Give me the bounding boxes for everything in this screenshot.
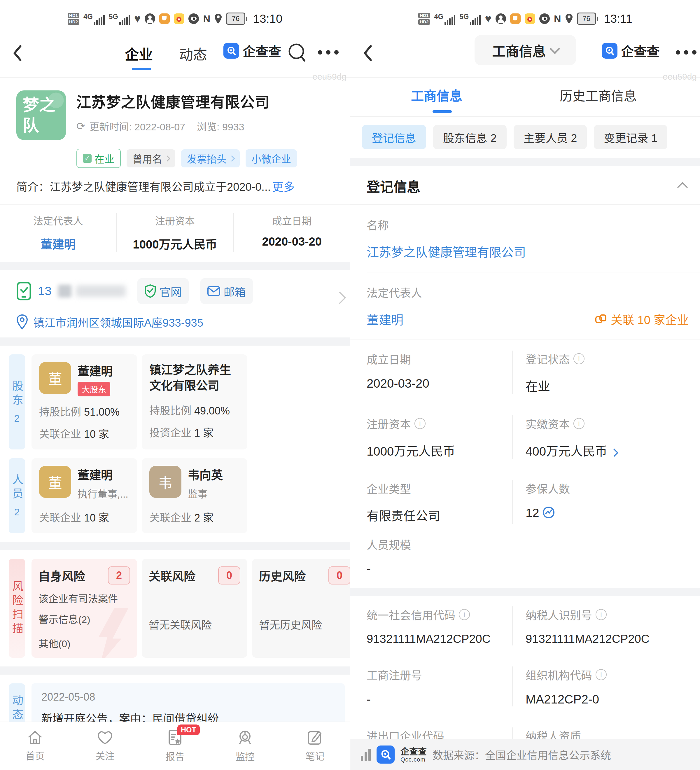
tab-history-business-info[interactable]: 历史工商信息 <box>560 86 637 104</box>
stat-establish-date: 成立日期 2020-03-20 <box>233 213 350 252</box>
company-name-link[interactable]: 江苏梦之队健康管理有限公司 <box>367 243 689 260</box>
health-heart-icon: ♥ <box>134 13 141 24</box>
eye-mode-icon <box>188 13 199 24</box>
risk-count-badge: 2 <box>108 566 130 584</box>
company-name: 江苏梦之队健康管理有限公司 <box>76 91 270 112</box>
active-tab-underline <box>132 68 151 70</box>
risk-section: 风险扫描 自身风险2 该企业有司法案件 警示信息(2) 其他(0) 关联风险0 … <box>0 550 350 658</box>
row-credit-codes: 统一社会信用代码 91321111MA212CP20C 纳税人识别号 91321… <box>350 596 700 656</box>
shield-check-icon <box>144 285 156 298</box>
phone-redacted <box>76 285 126 297</box>
info-icon[interactable] <box>574 418 585 429</box>
info-icon[interactable] <box>574 353 585 364</box>
field-insured-count[interactable]: 参保人数 12 <box>512 480 700 524</box>
related-risk-card[interactable]: 关联风险0 暂无关联风险 <box>142 559 247 658</box>
shareholder-card[interactable]: 镇江梦之队养生文化有限公司 持股比例 49.00% 投资企业 1 家 <box>142 354 247 450</box>
hd-sim-icons: HD1 HD2 <box>418 13 430 25</box>
info-icon[interactable] <box>414 418 425 429</box>
refresh-icon[interactable]: ⟳ <box>76 120 85 133</box>
tab-report[interactable]: HOT 报告 <box>140 722 210 770</box>
shareholders-label[interactable]: 股东 2 <box>9 354 25 450</box>
pill-shareholder-info[interactable]: 股东信息 2 <box>433 125 507 149</box>
personnel-label[interactable]: 人员 2 <box>9 458 25 533</box>
weibo-app-icon <box>525 13 535 24</box>
risk-count-badge: 0 <box>218 566 240 584</box>
risk-scan-label[interactable]: 风险扫描 <box>9 559 25 658</box>
risk-count-badge: 0 <box>328 566 350 584</box>
company-head-texts: 江苏梦之队健康管理有限公司 ⟳ 更新时间: 2022-08-07 浏览: 993… <box>76 91 270 140</box>
associated-companies-link[interactable]: 关联 10 家企业 <box>595 311 689 328</box>
shareholder-card[interactable]: 董 董建明 大股东 持股比例 51.00% 关联企业 10 家 <box>31 354 137 450</box>
pill-registration-info[interactable]: 登记信息 <box>362 125 426 149</box>
monitor-icon <box>238 729 252 746</box>
stat-legal-rep[interactable]: 法定代表人 董建明 <box>0 213 116 252</box>
company-header: 梦之 队 江苏梦之队健康管理有限公司 ⟳ 更新时间: 2022-08-07 浏览… <box>0 78 350 140</box>
phone-number[interactable]: 13 <box>38 284 52 298</box>
clock-time: 13:11 <box>604 12 632 25</box>
phone-icon <box>16 282 31 301</box>
coffee-app-icon <box>159 13 170 24</box>
tab-monitor[interactable]: 监控 <box>210 722 280 770</box>
tab-business-info[interactable]: 工商信息 <box>411 86 462 104</box>
battery-icon: 76 <box>577 13 598 25</box>
email-button[interactable]: 邮箱 <box>200 278 253 304</box>
info-icon[interactable] <box>459 609 470 620</box>
top-nav: 工商信息 企查查 eeu59dg <box>350 33 700 78</box>
tab-company[interactable]: 企业 <box>125 43 153 63</box>
pill-key-personnel[interactable]: 主要人员 2 <box>514 125 587 149</box>
field-registered-capital: 注册资本 1000万元人民币 <box>350 415 512 459</box>
home-icon <box>27 730 43 745</box>
shareholders-section: 股东 2 董 董建明 大股东 持股比例 51.00% 关联企业 10 家 <box>0 346 350 450</box>
nfc-icon: N <box>554 13 561 24</box>
info-icon[interactable] <box>596 669 607 680</box>
tab-news[interactable]: 动态 <box>179 43 207 63</box>
qcc-app-screenshots: HD1 HD2 4G 5G ♥ N 76 13:10 <box>0 0 700 770</box>
field-legal-rep: 法定代表人 董建明 关联 10 家企业 <box>350 272 700 340</box>
bottom-tab-bar: 首页 关注 HOT 报告 监控 笔记 <box>0 721 350 770</box>
field-organization-code: 组织机构代码 MA212CP2-0 <box>512 666 700 707</box>
back-icon[interactable] <box>13 45 22 61</box>
legal-rep-link[interactable]: 董建明 <box>367 310 403 328</box>
company-address[interactable]: 镇江市润州区领城国际A座933-935 <box>33 314 203 330</box>
watermark: eeu59dg <box>663 72 697 82</box>
page-title-dropdown[interactable]: 工商信息 <box>475 35 576 65</box>
health-heart-icon: ♥ <box>485 13 491 24</box>
back-icon[interactable] <box>363 45 372 61</box>
qcc-logo-icon <box>223 43 239 58</box>
section-header[interactable]: 登记信息 <box>350 166 700 204</box>
former-name-tag[interactable]: 曾用名 <box>126 149 175 167</box>
more-link[interactable]: 更多 <box>272 181 294 193</box>
search-icon[interactable] <box>288 42 307 63</box>
personnel-card[interactable]: 韦 韦向英 监事 关联企业 2 家 <box>142 458 247 533</box>
signal-4g-icon: 4G <box>434 13 455 25</box>
status-bar: HD1 HD2 4G 5G ♥ N 76 13:11 <box>350 0 700 33</box>
history-risk-card[interactable]: 历史风险0 暂无历史风险 <box>252 559 350 658</box>
contact-card[interactable]: 13 官网 邮箱 镇江市润州区领城国际A座933-935 <box>0 270 350 338</box>
website-button[interactable]: 官网 <box>137 278 189 304</box>
info-icon[interactable] <box>596 609 607 620</box>
tab-home[interactable]: 首页 <box>0 722 70 770</box>
profile-badge-icon <box>496 13 506 24</box>
company-profile-screen: HD1 HD2 4G 5G ♥ N 76 13:10 <box>0 0 350 770</box>
tab-follow[interactable]: 关注 <box>70 722 140 770</box>
qcc-brand: 企查查 <box>602 41 660 60</box>
invoice-title-tag[interactable]: 发票抬头 <box>181 149 240 167</box>
self-risk-card[interactable]: 自身风险2 该企业有司法案件 警示信息(2) 其他(0) <box>31 559 137 658</box>
collapse-icon[interactable] <box>677 182 688 193</box>
micro-enterprise-tag: 小微企业 <box>246 149 297 167</box>
signal-4g-icon: 4G <box>83 13 105 25</box>
location-status-icon <box>565 13 573 24</box>
field-paid-capital[interactable]: 实缴资本 400万元人民币 <box>512 415 700 459</box>
pill-change-records[interactable]: 变更记录 1 <box>594 125 667 149</box>
tab-notes[interactable]: 笔记 <box>280 722 350 770</box>
row-reg-org-codes: 工商注册号 - 组织机构代码 MA212CP2-0 <box>350 656 700 717</box>
personnel-card[interactable]: 董 董建明 执行董事,... 关联企业 10 家 <box>31 458 137 533</box>
more-menu-icon[interactable] <box>318 50 339 55</box>
trend-icon <box>542 506 555 519</box>
row-establish-status: 成立日期 2020-03-20 登记状态 在业 <box>350 340 700 405</box>
nfc-icon: N <box>203 13 210 24</box>
company-tags: ✓在业 曾用名 发票抬头 小微企业 <box>76 149 350 168</box>
coffee-app-icon <box>510 13 521 24</box>
field-company-type: 企业类型 有限责任公司 <box>350 480 512 524</box>
more-menu-icon[interactable] <box>676 50 697 55</box>
